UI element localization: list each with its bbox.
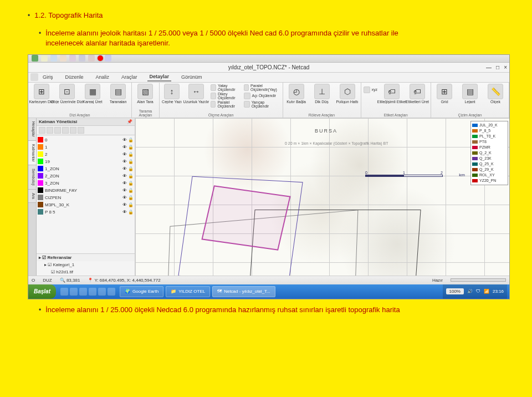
layer-tool-icon[interactable] [39, 127, 45, 134]
status-bar: O DUZ 🔍 83,381 📍 Y: 684,470.495, X: 4,44… [28, 276, 509, 284]
map-canvas[interactable]: BURSA 0 20 m × 1km × Kapalıcalar (Göster… [135, 118, 509, 276]
panel-title: Katman Yöneticisi [39, 119, 77, 124]
tool-paralel-yay[interactable]: Paralel Ölçülendir(Yay) [244, 84, 280, 91]
layer-tool-icon[interactable] [47, 127, 53, 134]
vtab-semboloji[interactable]: Semboloji [28, 165, 36, 190]
tool-kutir[interactable]: ◴Kutır Bağla [285, 84, 308, 104]
layer-tool-icon[interactable] [70, 127, 76, 134]
tray-clock[interactable]: 23:16 [493, 289, 504, 294]
map-polygon-highlight [201, 185, 290, 250]
legend-item: Q_23K [472, 156, 507, 161]
title-bar[interactable]: yıldız_otel_TOPO.NCZ* - Netcad — □ × [28, 63, 509, 73]
ql-icon[interactable] [60, 288, 68, 296]
ref-item[interactable]: ☑ h22d1.tif [37, 268, 135, 276]
back-icon[interactable] [30, 73, 38, 81]
maximize-icon[interactable]: □ [496, 64, 499, 70]
tool-poligon[interactable]: ⬡Poligon Hattı [336, 84, 359, 104]
tab-detaylar[interactable]: Detaylar [147, 73, 172, 82]
layer-tool-icon[interactable] [62, 127, 69, 134]
legend-item: Q_2_K [472, 150, 507, 156]
tool-yaricap-olcu[interactable]: Yarıçap Ölçülendir [244, 100, 280, 108]
tab-gorunum[interactable]: Görünüm [179, 73, 204, 81]
tray-icon[interactable]: 🛡 [476, 289, 480, 294]
legend: JUL_20_KP_8_5PL_T0_KPT8PZMRQ_2_KQ_23KQ_2… [470, 121, 508, 185]
tool-obje-dizi[interactable]: ⊡Obje Üzerinde Dizi [56, 84, 78, 104]
tool-xyz[interactable]: xyz [364, 86, 378, 94]
new-icon[interactable] [41, 55, 48, 62]
taskbar-item-folder[interactable]: 📁 YILDIZ OTEL [166, 286, 210, 297]
tool-icon[interactable] [105, 55, 111, 62]
references-section[interactable]: ▸ ☑ Referanslar [37, 253, 135, 261]
save-icon[interactable] [60, 55, 66, 62]
layer-tool-icon[interactable] [78, 127, 84, 134]
map-sub-label: 0 20 m × 1km × Kapalıcalar (Gösteri × To… [285, 141, 388, 145]
record-icon[interactable] [98, 55, 103, 61]
taskbar-item-earth[interactable]: 🌍 Google Earth [120, 286, 163, 297]
tool-yatay-olcu[interactable]: Yatay Ölçülendir [211, 84, 241, 91]
ql-icon[interactable] [70, 288, 78, 296]
panel-pin-icon[interactable]: 📌 [127, 119, 132, 124]
layer-item[interactable]: M3PL_30_K👁 🔒 [38, 201, 134, 208]
layer-item[interactable]: 19👁 🔒 [38, 158, 134, 165]
ql-icon[interactable] [79, 288, 87, 296]
tool-olcek[interactable]: 📏Ölçek [484, 84, 507, 104]
legend-item: PL_T0_K [472, 134, 507, 139]
close-icon[interactable]: × [504, 64, 507, 70]
heading-text: 1.2. Topografik Harita [34, 11, 103, 21]
system-tray: 100% 🔊 🛡 📶 23:16 [443, 284, 508, 299]
ql-icon[interactable] [108, 288, 115, 296]
tool-uzunluk[interactable]: ↔Uzunluk Yazdır [185, 84, 207, 108]
ref-item[interactable]: ▸ ☑ Kategori_1 [37, 261, 135, 268]
ql-icon[interactable] [98, 288, 106, 296]
tool-paralel-olcu[interactable]: Paralel Ölçülendir [211, 100, 241, 108]
ribbon-group-label: Dizi Araçları [30, 113, 129, 118]
tool-dikey-olcu[interactable]: Dikey Ölçülendir [211, 92, 241, 100]
zoom-badge[interactable]: 100% [446, 288, 464, 294]
layer-item[interactable]: 2👁 🔒 [38, 151, 134, 158]
tool-taranalan[interactable]: ▤Taranalan [107, 84, 129, 104]
layer-item[interactable]: P 8 5👁 🔒 [38, 208, 134, 216]
tool-etiketuret[interactable]: 🏷Etiketleri Üret [406, 84, 428, 104]
tool-grid[interactable]: ⊞Grid [433, 84, 456, 104]
tool-cephe[interactable]: ↕Cephe Yazı [162, 84, 182, 108]
layer-item[interactable]: BINDIRME_FAY👁 🔒 [38, 187, 134, 194]
tab-giris[interactable]: Giriş [40, 73, 55, 81]
vtab-hesaplar[interactable]: Hesaplar [28, 118, 36, 141]
start-button[interactable]: Başlat [28, 284, 56, 299]
tool-lejant[interactable]: ▤Lejant [459, 84, 481, 104]
print-icon[interactable] [69, 55, 76, 62]
layer-tool-icon[interactable] [54, 127, 61, 134]
vtab-katmanlar[interactable]: Katmanlar [28, 141, 36, 166]
tool-icon[interactable] [88, 55, 95, 62]
tool-kareaj[interactable]: ▦Kareaj Üret [81, 84, 104, 104]
layer-item[interactable]: 1👁 🔒 [38, 144, 134, 151]
tray-icon[interactable]: 📶 [484, 289, 489, 294]
quick-access-toolbar[interactable] [28, 55, 509, 63]
progress-bar [451, 278, 506, 282]
ql-icon[interactable] [89, 288, 96, 296]
tray-icon[interactable]: 🔊 [467, 289, 473, 294]
bullet-icon: • [39, 306, 41, 314]
minimize-icon[interactable]: — [486, 64, 492, 70]
layer-item[interactable]: 2_ZON👁 🔒 [38, 172, 134, 180]
tab-duzenle[interactable]: Düzenle [63, 73, 86, 81]
tool-aci-olcu[interactable]: Açı Ölçülendir [244, 92, 280, 100]
tool-etiket[interactable]: 🏷Etileğişimli Etiket [381, 84, 403, 104]
layer-item[interactable]: 0👁 🔒 [38, 136, 134, 144]
open-icon[interactable] [50, 55, 57, 62]
tool-icon[interactable] [79, 55, 85, 62]
tab-araclar[interactable]: Araçlar [119, 73, 140, 81]
tool-alan-tara[interactable]: ▧Alan Tara [134, 84, 156, 104]
layer-item[interactable]: 3_ZON👁 🔒 [38, 180, 134, 187]
map-city-label: BURSA [315, 128, 337, 134]
vtab-ara[interactable]: Ara [28, 190, 36, 203]
tab-analiz[interactable]: Analiz [94, 73, 112, 81]
tool-dik[interactable]: ⊥Dik Düş [311, 84, 333, 104]
layer-item[interactable]: 1_ZON👁 🔒 [38, 165, 134, 172]
tool-kartezyen-dizi[interactable]: ⊞Kartezyen Dizi [30, 84, 53, 104]
ribbon-group-label: Etiket Araçları [364, 113, 429, 118]
taskbar-item-netcad[interactable]: 🗺 Netcad - yıldız_otel_T... [212, 286, 275, 297]
window-title: yıldız_otel_TOPO.NCZ* - Netcad [228, 64, 310, 70]
layer-item[interactable]: CIZPEN👁 🔒 [38, 194, 134, 201]
status-duz[interactable]: DUZ [43, 278, 52, 283]
